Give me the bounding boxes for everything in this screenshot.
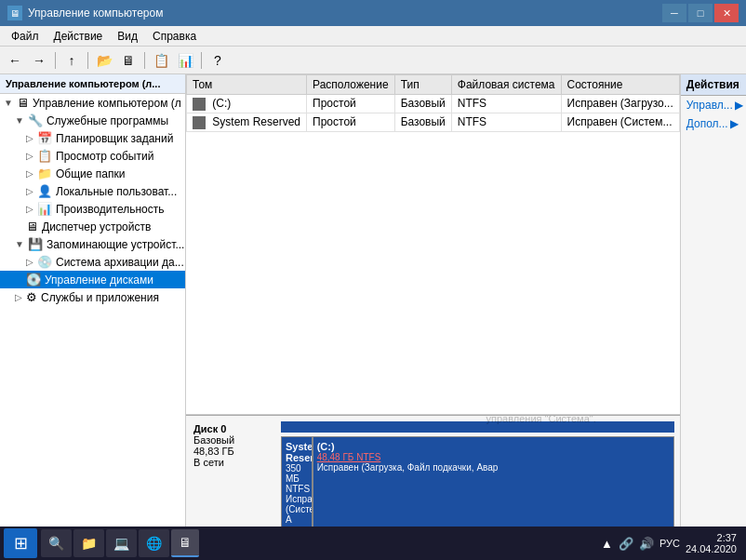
sidebar-services-label: Служебные программы bbox=[47, 114, 168, 127]
menu-bar: Файл Действие Вид Справка bbox=[0, 26, 746, 47]
sidebar-item-services[interactable]: ▼ 🔧 Служебные программы bbox=[0, 112, 185, 129]
right-panel-item-1[interactable]: Допол... ▶ bbox=[681, 114, 746, 133]
disk-0-row: Диск 0 Базовый 48,83 ГБ В сети System Re… bbox=[186, 416, 680, 527]
sidebar-title: Управление компьютером (л... bbox=[6, 78, 160, 89]
tray-arrow[interactable]: ▲ bbox=[601, 537, 613, 551]
backup-expand-icon: ▷ bbox=[26, 257, 33, 267]
sidebar-item-shared-folders[interactable]: ▷ 📁 Общие папки bbox=[0, 165, 185, 182]
right-panel-item-0[interactable]: Управл... ▶ bbox=[681, 96, 746, 114]
show-hide-tree-button[interactable]: 📂 bbox=[93, 50, 115, 71]
start-button[interactable]: ⊞ bbox=[4, 528, 37, 558]
table-row[interactable]: (C:) Простой Базовый NTFS Исправен (Загр… bbox=[187, 95, 680, 113]
diskmgmt-icon: 💽 bbox=[26, 273, 41, 287]
sidebar-item-events[interactable]: ▷ 📋 Просмотр событий bbox=[0, 147, 185, 165]
cell-fs-2: NTFS bbox=[451, 113, 561, 131]
main-area: Управление компьютером (л... ▼ 🖥 Управле… bbox=[0, 74, 746, 527]
menu-action[interactable]: Действие bbox=[47, 28, 111, 45]
menu-file[interactable]: Файл bbox=[4, 28, 47, 45]
sidebar-item-disk-management[interactable]: 💽 Управление дисками bbox=[0, 271, 185, 288]
sidebar-tree[interactable]: ▼ 🖥 Управление компьютером (л ▼ 🔧 Служеб… bbox=[0, 94, 185, 527]
col-volume[interactable]: Том bbox=[187, 75, 307, 95]
taskbar-items: 🔍 📁 💻 🌐 🖥 bbox=[41, 529, 601, 557]
sidebar-root-item[interactable]: ▼ 🖥 Управление компьютером (л bbox=[0, 94, 185, 112]
cell-type-2: Базовый bbox=[394, 113, 451, 131]
right-panel-arrow-1: ▶ bbox=[730, 117, 739, 130]
help-button[interactable]: ? bbox=[206, 50, 229, 71]
network-icon[interactable]: 🔗 bbox=[619, 537, 633, 551]
col-type[interactable]: Тип bbox=[394, 75, 451, 95]
toolbar-separator-3 bbox=[144, 52, 145, 69]
sidebar-users-label: Локальные пользоват... bbox=[56, 185, 177, 198]
taskbar-explorer[interactable]: 📁 bbox=[73, 529, 104, 557]
events-icon: 📋 bbox=[37, 149, 52, 163]
col-location[interactable]: Расположение bbox=[307, 75, 395, 95]
computer-button[interactable]: 🖥 bbox=[117, 50, 140, 71]
title-bar: 🖥 Управление компьютером ─ □ ✕ bbox=[0, 0, 746, 26]
sidebar-item-device-manager[interactable]: 🖥 Диспетчер устройств bbox=[0, 218, 185, 235]
perf-expand-icon: ▷ bbox=[26, 204, 33, 214]
right-panel-header: Действия bbox=[681, 74, 746, 96]
window-controls[interactable]: ─ □ ✕ bbox=[662, 4, 739, 22]
sidebar-item-services-apps[interactable]: ▷ ⚙ Службы и приложения bbox=[0, 288, 185, 306]
col-status[interactable]: Состояние bbox=[561, 75, 679, 95]
taskbar-search[interactable]: 🔍 bbox=[41, 529, 72, 557]
cell-volume-name-2: System Reserved bbox=[187, 113, 307, 131]
volume-icon-2 bbox=[193, 116, 206, 129]
table-row[interactable]: System Reserved Простой Базовый NTFS Исп… bbox=[187, 113, 680, 131]
devmgr-icon: 🖥 bbox=[26, 220, 38, 233]
svc-icon: ⚙ bbox=[26, 290, 37, 304]
properties-button[interactable]: 📊 bbox=[174, 50, 196, 71]
services-icon: 🔧 bbox=[28, 113, 43, 127]
partition-c-drive[interactable]: (C:) 48,48 ГБ NTFS Исправен (Загрузка, Ф… bbox=[313, 437, 673, 527]
sidebar-scheduler-label: Планировщик заданий bbox=[56, 132, 173, 145]
minimize-button[interactable]: ─ bbox=[662, 4, 686, 22]
taskbar-compmgmt[interactable]: 🖥 bbox=[171, 529, 199, 557]
col-fs[interactable]: Файловая система bbox=[451, 75, 561, 95]
taskbar-ie[interactable]: 🌐 bbox=[139, 529, 169, 557]
users-icon: 👤 bbox=[37, 184, 52, 198]
sidebar-storage-label: Запоминающие устройст... bbox=[47, 238, 185, 251]
computer-icon: 🖥 bbox=[17, 96, 29, 110]
scheduler-icon: 📅 bbox=[37, 131, 52, 145]
sidebar: Управление компьютером (л... ▼ 🖥 Управле… bbox=[0, 74, 186, 527]
volumes-table-area[interactable]: Том Расположение Тип Файловая система Со… bbox=[186, 74, 680, 415]
disk-partitions: System Reserved 350 МБ NTFS Исправен (Си… bbox=[281, 436, 674, 527]
right-panel-label-0: Управл... bbox=[686, 99, 733, 112]
partition-c-size: 48,48 ГБ NTFS bbox=[317, 452, 670, 462]
menu-view[interactable]: Вид bbox=[110, 28, 145, 45]
backup-icon: 💿 bbox=[37, 255, 52, 269]
clock-date: 24.04.2020 bbox=[686, 543, 737, 554]
sidebar-item-performance[interactable]: ▷ 📊 Производительность bbox=[0, 200, 185, 218]
sidebar-item-storage[interactable]: ▼ 💾 Запоминающие устройст... bbox=[0, 235, 185, 253]
forward-button[interactable]: → bbox=[28, 50, 50, 71]
tray-lang[interactable]: РУС bbox=[659, 538, 680, 549]
events-expand-icon: ▷ bbox=[26, 151, 33, 161]
taskbar-server[interactable]: 💻 bbox=[106, 529, 137, 557]
taskbar-clock: 2:37 24.04.2020 bbox=[686, 532, 737, 554]
partition-system-reserved[interactable]: System Reserved 350 МБ NTFS Исправен (Си… bbox=[282, 437, 313, 527]
back-button[interactable]: ← bbox=[4, 50, 26, 71]
up-button[interactable]: ↑ bbox=[60, 50, 83, 71]
sidebar-item-local-users[interactable]: ▷ 👤 Локальные пользоват... bbox=[0, 182, 185, 200]
cell-location-2: Простой bbox=[307, 113, 395, 131]
partition-sr-size: 350 МБ NTFS bbox=[286, 463, 308, 494]
sidebar-item-scheduler[interactable]: ▷ 📅 Планировщик заданий bbox=[0, 129, 185, 147]
right-panel-label-1: Допол... bbox=[686, 117, 728, 130]
cell-location: Простой bbox=[307, 95, 395, 113]
maximize-button[interactable]: □ bbox=[688, 4, 713, 22]
disk-status: В сети bbox=[193, 457, 273, 468]
cell-status: Исправен (Загрузо... bbox=[561, 95, 679, 113]
sidebar-folders-label: Общие папки bbox=[56, 167, 125, 180]
sidebar-diskmgmt-label: Управление дисками bbox=[45, 273, 153, 287]
window-title: Управление компьютером bbox=[28, 7, 163, 20]
menu-help[interactable]: Справка bbox=[145, 28, 204, 45]
close-button[interactable]: ✕ bbox=[714, 4, 739, 22]
volume-icon[interactable]: 🔊 bbox=[639, 537, 654, 551]
sidebar-item-backup[interactable]: ▷ 💿 Система архивации да... bbox=[0, 253, 185, 271]
expand-icon: ▼ bbox=[4, 98, 13, 108]
sidebar-backup-label: Система архивации да... bbox=[56, 256, 184, 269]
disk-view-area: Активация Windows Чтобы активировать Win… bbox=[186, 415, 680, 527]
export-list-button[interactable]: 📋 bbox=[150, 50, 172, 71]
start-icon: ⊞ bbox=[14, 533, 28, 553]
svc-expand-icon: ▷ bbox=[15, 292, 22, 302]
